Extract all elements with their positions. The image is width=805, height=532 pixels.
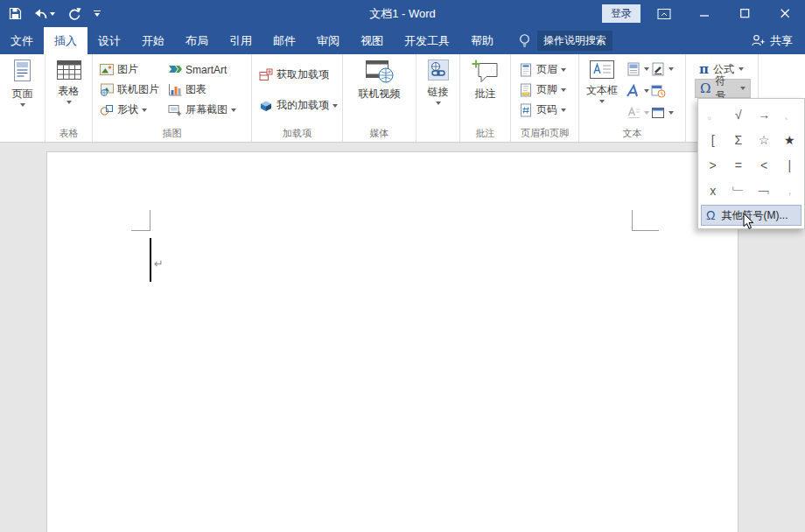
redo-button[interactable] bbox=[67, 7, 81, 20]
screenshot-button[interactable]: 屏幕截图 bbox=[168, 100, 236, 120]
mouse-cursor bbox=[743, 213, 755, 230]
symbol-button[interactable]: Ω 符号 bbox=[695, 79, 751, 98]
tab-review[interactable]: 审阅 bbox=[306, 27, 350, 54]
symbol-cell[interactable]: [ bbox=[700, 127, 725, 152]
picture-icon bbox=[100, 63, 114, 76]
tab-developer[interactable]: 开发工具 bbox=[394, 27, 460, 54]
group-illustrations: 图片 联机图片 形状 bbox=[93, 54, 252, 142]
close-button[interactable] bbox=[765, 0, 805, 27]
link-button[interactable]: 链接 bbox=[416, 54, 459, 126]
group-comments: 批注 批注 bbox=[460, 54, 511, 142]
symbol-cell[interactable]: 、 bbox=[777, 102, 802, 127]
footer-button[interactable]: 页脚 bbox=[519, 80, 578, 100]
table-button[interactable]: 表格 bbox=[46, 54, 92, 126]
symbol-cell[interactable]: √ bbox=[725, 102, 751, 127]
quick-parts-button[interactable] bbox=[626, 59, 649, 79]
undo-dropdown-icon[interactable] bbox=[50, 12, 55, 16]
tab-help[interactable]: 帮助 bbox=[460, 27, 504, 54]
search-input[interactable]: 操作说明搜索 bbox=[537, 31, 612, 51]
symbol-cell[interactable]: = bbox=[725, 152, 751, 178]
chevron-down-icon bbox=[561, 88, 566, 92]
chevron-down-icon bbox=[599, 100, 605, 103]
sign-in-button[interactable]: 登录 bbox=[602, 4, 640, 23]
comment-button[interactable]: 批注 bbox=[460, 54, 510, 126]
online-pictures-button[interactable]: 联机图片 bbox=[100, 80, 159, 100]
date-time-button[interactable] bbox=[651, 80, 674, 101]
tab-layout[interactable]: 布局 bbox=[175, 27, 219, 54]
symbol-cell[interactable]: x bbox=[700, 178, 725, 203]
online-video-button[interactable]: 联机视频 bbox=[343, 54, 416, 126]
document-page[interactable] bbox=[46, 151, 738, 532]
symbol-cell[interactable]: Σ bbox=[725, 127, 751, 152]
table-label: 表格 bbox=[59, 84, 80, 99]
tell-me-search[interactable]: 操作说明搜索 bbox=[518, 27, 612, 54]
header-button[interactable]: 页眉 bbox=[519, 60, 578, 80]
get-addins-icon bbox=[259, 68, 273, 81]
link-icon bbox=[425, 59, 452, 83]
ribbon-display-options-icon bbox=[657, 8, 671, 20]
chevron-down-icon bbox=[66, 101, 72, 104]
drop-cap-button[interactable] bbox=[626, 102, 649, 122]
group-label-addins: 加载项 bbox=[252, 126, 342, 142]
chevron-down-icon bbox=[644, 89, 649, 93]
smartart-button[interactable]: SmartArt bbox=[168, 60, 236, 80]
signature-line-icon bbox=[651, 62, 665, 76]
margin-crop-mark-top-right bbox=[632, 210, 659, 231]
wordart-button[interactable] bbox=[626, 80, 649, 101]
object-button[interactable] bbox=[651, 102, 674, 122]
symbol-cell[interactable]: | bbox=[777, 152, 802, 178]
chevron-down-icon bbox=[668, 111, 674, 115]
chart-button[interactable]: 图表 bbox=[168, 80, 236, 100]
minimize-button[interactable] bbox=[684, 0, 724, 27]
comment-label: 批注 bbox=[475, 87, 496, 102]
pages-button[interactable]: 页面 bbox=[0, 54, 45, 126]
equation-pi-icon: π bbox=[699, 61, 709, 77]
symbol-cell[interactable]: ， bbox=[777, 178, 802, 203]
date-time-icon bbox=[651, 84, 666, 98]
get-addins-button[interactable]: 获取加载项 bbox=[259, 65, 342, 85]
maximize-button[interactable] bbox=[724, 0, 765, 27]
share-label: 共享 bbox=[770, 33, 793, 49]
signature-line-button[interactable] bbox=[651, 59, 674, 79]
symbol-cell[interactable]: ﹁ bbox=[752, 178, 777, 203]
symbol-cell[interactable]: ☆ bbox=[752, 127, 777, 152]
chevron-down-icon bbox=[644, 67, 649, 71]
tab-view[interactable]: 视图 bbox=[350, 27, 394, 54]
my-addins-button[interactable]: 我的加载项 bbox=[259, 95, 342, 116]
symbol-cell[interactable]: > bbox=[700, 152, 725, 178]
tab-home[interactable]: 开始 bbox=[131, 27, 175, 54]
textbox-button[interactable]: 文本框 bbox=[583, 54, 621, 126]
ribbon-display-options-button[interactable] bbox=[644, 0, 684, 27]
tab-insert[interactable]: 插入 bbox=[44, 27, 88, 54]
undo-button[interactable] bbox=[34, 8, 55, 20]
share-person-icon bbox=[751, 34, 766, 47]
table-icon bbox=[56, 59, 82, 82]
group-label-illustrations: 插图 bbox=[93, 126, 251, 142]
comment-icon bbox=[472, 59, 500, 85]
tab-file[interactable]: 文件 bbox=[0, 27, 44, 54]
symbol-cell[interactable]: < bbox=[752, 152, 777, 178]
footer-icon bbox=[519, 83, 533, 97]
customize-qat-button[interactable] bbox=[94, 10, 101, 17]
undo-icon bbox=[34, 8, 48, 20]
title-bar: 文档1 - Word 登录 bbox=[0, 0, 805, 27]
quick-access-toolbar bbox=[9, 0, 101, 27]
tab-references[interactable]: 引用 bbox=[219, 27, 262, 54]
document-area[interactable]: ↵ bbox=[0, 143, 805, 532]
save-icon bbox=[9, 7, 22, 20]
textbox-icon bbox=[589, 59, 615, 81]
symbol-cell[interactable]: 。 bbox=[700, 102, 725, 127]
save-button[interactable] bbox=[9, 7, 22, 20]
symbol-cell[interactable]: → bbox=[752, 102, 777, 127]
symbol-cell[interactable]: ★ bbox=[777, 127, 802, 152]
share-button[interactable]: 共享 bbox=[751, 27, 793, 54]
shapes-icon bbox=[100, 103, 114, 116]
picture-button[interactable]: 图片 bbox=[100, 60, 159, 80]
page-number-button[interactable]: 页码 bbox=[519, 100, 578, 120]
textbox-label: 文本框 bbox=[586, 83, 618, 98]
symbol-cell[interactable]: ﹂ bbox=[725, 178, 751, 203]
tab-mailings[interactable]: 邮件 bbox=[262, 27, 306, 54]
shapes-button[interactable]: 形状 bbox=[100, 100, 159, 120]
tab-design[interactable]: 设计 bbox=[88, 27, 131, 54]
omega-icon: Ω bbox=[706, 208, 715, 222]
